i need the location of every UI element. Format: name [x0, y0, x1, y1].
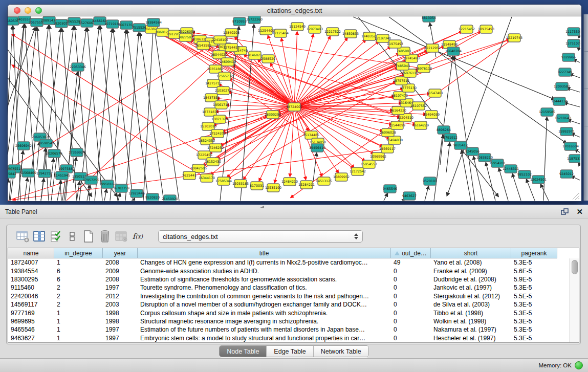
graph-node-label: 12754453: [223, 46, 239, 49]
column-header-pagerank[interactable]: pagerank: [511, 248, 557, 258]
delete-column-button-disabled: [114, 230, 128, 243]
graph-node-label: 15134485: [303, 133, 319, 137]
graph-edge: [8, 116, 268, 201]
window-titlebar[interactable]: citations_edges.txt: [8, 5, 581, 16]
graph-node-label: 15954557: [361, 162, 377, 166]
application-screen: citations_edges.txt 18724007766382289601…: [0, 0, 588, 372]
network-canvas[interactable]: 1872400776638228960128891295423226058982…: [8, 16, 580, 201]
graph-node-label: 12159585: [539, 110, 555, 114]
scrollbar-thumb[interactable]: [572, 260, 578, 274]
citation-network-graph[interactable]: 1872400776638228960128891295423226058982…: [8, 16, 580, 201]
close-panel-icon[interactable]: ✕: [576, 208, 583, 215]
graph-node-label: 17225455: [196, 153, 212, 157]
graph-edge: [425, 186, 429, 201]
graph-node-label: 18757515: [393, 79, 409, 82]
graph-node-label: 18437351: [203, 96, 220, 99]
graph-node-label: 9520101: [423, 179, 437, 183]
graph-edge: [564, 102, 580, 107]
graph-node-label: 12840208: [223, 31, 239, 34]
graph-node-label: 9852102: [517, 172, 532, 176]
window-title: citations_edges.txt: [8, 7, 581, 14]
table-row[interactable]: 911546021997Tourette syndrome. Phenomeno…: [8, 283, 579, 292]
table-row[interactable]: 977716911998Corpus callosum shape and si…: [8, 309, 579, 317]
graph-node-label: 16344170: [199, 176, 215, 180]
graph-node-label: 14699419: [220, 60, 236, 63]
table-row[interactable]: 969969511998Structural magnetic resonanc…: [8, 317, 579, 325]
graph-node-label: 16809952: [333, 175, 350, 179]
graph-node-label: 16524350: [199, 139, 215, 142]
graph-edge: [110, 30, 126, 201]
network-table-select[interactable]: citations_edges.txt: [158, 230, 363, 243]
graph-node-label: 12024501: [530, 178, 547, 181]
table-type-tabs: Node TableEdge TableNetwork Table: [0, 345, 588, 357]
memory-status-label: Memory: OK: [538, 362, 572, 368]
graph-edge: [25, 178, 28, 201]
new-table-button[interactable]: [81, 230, 96, 243]
graph-edge: [37, 142, 39, 170]
graph-node-label: 11544099: [389, 123, 405, 127]
graph-node-label: 14513125: [316, 179, 332, 183]
tab-edge-table[interactable]: Edge Table: [267, 346, 313, 357]
graph-edge: [446, 142, 450, 172]
graph-node-label: 16096028: [380, 130, 396, 134]
column-header-in_degree[interactable]: in_degree: [54, 248, 103, 258]
side-panel-edge: [583, 14, 588, 201]
table-row[interactable]: 946362711997Embryonic stem cells: a mode…: [8, 334, 579, 342]
graph-node-label: 12093582: [554, 84, 570, 88]
delete-table-button[interactable]: [98, 230, 112, 243]
graph-node-label: 16107552: [410, 104, 427, 107]
column-header-year[interactable]: year: [103, 248, 138, 258]
graph-node-label: 8896264: [437, 128, 451, 132]
table-vertical-scrollbar[interactable]: [570, 258, 579, 342]
graph-node-label: 17585344: [215, 179, 232, 183]
network-table-select-value: citations_edges.txt: [163, 233, 218, 240]
graph-node-label: 12219743: [506, 36, 522, 39]
table-row[interactable]: 946554611997Estimation of the future num…: [8, 325, 579, 334]
resize-grip-icon[interactable]: [573, 193, 579, 200]
graph-edge: [104, 189, 106, 201]
graph-node-label: 19958167: [99, 182, 116, 186]
table-toolbar: f(x) citations_edges.txt: [7, 225, 580, 248]
graph-node-label: 16976110: [402, 71, 418, 75]
graph-edge: [294, 41, 379, 107]
function-builder-button[interactable]: f(x): [130, 230, 145, 243]
column-header-name[interactable]: name: [8, 248, 54, 258]
graph-node-label: 16782759: [113, 186, 129, 190]
table-settings-button[interactable]: [16, 230, 30, 243]
float-panel-icon[interactable]: [561, 208, 569, 215]
graph-edge: [134, 198, 135, 201]
table-row[interactable]: 2242004622012Investigating the contribut…: [8, 292, 579, 300]
graph-node-label: 9465546: [383, 187, 397, 190]
graph-node-label: 12217522: [324, 30, 341, 33]
table-row[interactable]: 1938455462009Genome-wide association stu…: [8, 267, 579, 275]
graph-node-label: 15954201: [489, 161, 506, 165]
graph-node-label: 12444134: [551, 99, 568, 103]
column-header-short[interactable]: short: [431, 248, 511, 258]
table-row[interactable]: 1830029562008Estimation of significance …: [8, 275, 579, 283]
graph-edge: [118, 193, 120, 201]
graph-node-label: 17016504: [562, 144, 579, 148]
graph-edge: [294, 107, 383, 132]
graph-node-label: 9827503: [179, 35, 193, 39]
tab-network-table[interactable]: Network Table: [314, 346, 368, 357]
graph-node-label: 7515526: [132, 26, 146, 29]
graph-node-label: 22418106: [212, 38, 228, 41]
graph-node-label: 12565732: [216, 74, 233, 78]
graph-edge: [151, 29, 383, 147]
graph-node-label: 16543582: [195, 43, 211, 47]
row-height-button[interactable]: [65, 230, 79, 243]
graph-node-label: 11175598: [565, 30, 580, 33]
show-column-button[interactable]: [32, 230, 47, 243]
table-row[interactable]: 1456911722003Disruption of a novel membe…: [8, 300, 579, 309]
graph-node-label: 13871370: [211, 117, 228, 121]
memory-status-indicator[interactable]: [575, 361, 583, 369]
select-columns-button[interactable]: [49, 230, 63, 243]
tab-node-table[interactable]: Node Table: [220, 346, 267, 357]
graph-node-label: 11875330: [567, 157, 580, 160]
column-header-out_de[interactable]: out_de…: [391, 248, 431, 258]
table-header-row: namein_degreeyeartitleout_de…shortpagera…: [8, 248, 579, 258]
table-row[interactable]: 1872400712008Changes of HCN gene express…: [8, 258, 579, 267]
column-header-title[interactable]: title: [138, 248, 391, 258]
graph-node-label: 19561714: [213, 103, 229, 106]
graph-node-label: 18384564: [145, 20, 162, 24]
